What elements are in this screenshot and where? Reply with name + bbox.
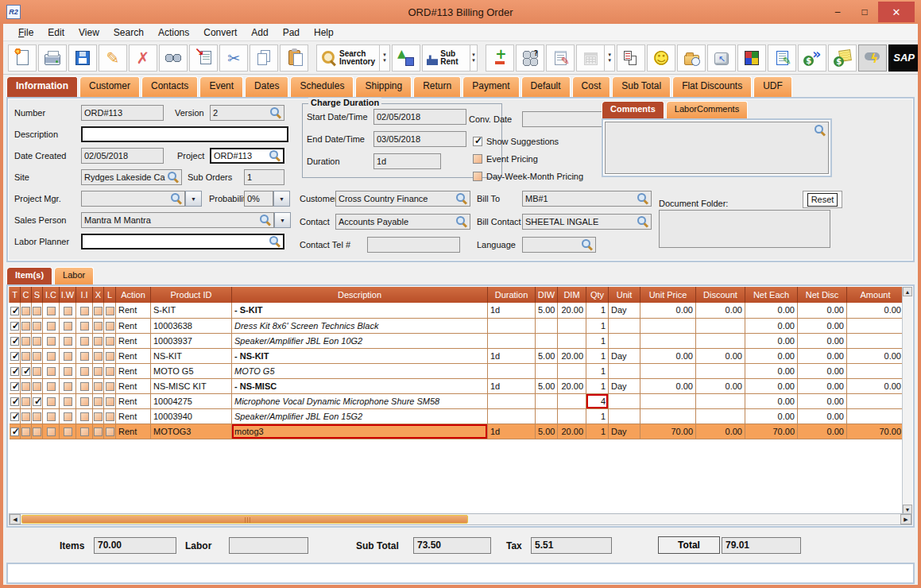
cell-unit[interactable] — [609, 333, 640, 348]
row-check-i-i[interactable] — [76, 424, 93, 439]
column-header-qty[interactable]: Qty — [586, 287, 609, 303]
checkbox-unchecked-icon[interactable] — [80, 322, 89, 331]
row-check-s[interactable] — [32, 393, 43, 408]
checkbox-unchecked-icon[interactable] — [47, 427, 56, 436]
cell-net-each[interactable]: 70.00 — [745, 424, 798, 439]
customer-lookup-icon[interactable] — [456, 193, 467, 204]
consolidate-button[interactable] — [737, 44, 766, 72]
billing-forward-button[interactable] — [798, 44, 826, 72]
description-field[interactable] — [81, 126, 288, 142]
column-header-i-i[interactable]: I.I — [76, 287, 93, 303]
labor-planner-field[interactable] — [81, 234, 284, 250]
cell-qty[interactable]: 1 — [586, 333, 609, 348]
cell-unit-price[interactable] — [640, 333, 696, 348]
row-check-l[interactable] — [104, 408, 116, 424]
cell-dim[interactable]: 20.00 — [558, 348, 586, 363]
print-labels-button[interactable] — [617, 44, 645, 72]
cell-net-disc[interactable]: 0.00 — [798, 424, 847, 439]
checkbox-unchecked-icon[interactable] — [80, 427, 89, 436]
quick-action-button[interactable] — [858, 44, 887, 72]
scroll-up-icon[interactable]: ▲ — [903, 287, 912, 296]
cell-unit[interactable] — [609, 318, 640, 333]
tax-field[interactable]: 5.51 — [531, 537, 612, 554]
checkbox-unchecked-icon[interactable] — [33, 322, 41, 331]
customer-service-button[interactable]: ☺ — [647, 44, 675, 72]
row-check-l[interactable] — [104, 393, 116, 408]
column-header-unit-price[interactable]: Unit Price — [640, 287, 696, 303]
total-field[interactable]: 79.01 — [722, 537, 801, 554]
comments-field[interactable] — [605, 122, 829, 174]
tab-labor[interactable]: Labor — [54, 267, 94, 284]
menu-help[interactable]: Help — [307, 25, 341, 40]
checkbox-checked-icon[interactable] — [10, 382, 19, 391]
column-header-amount[interactable]: Amount — [847, 287, 904, 303]
cell-unit-price[interactable] — [640, 408, 696, 424]
cell-description[interactable]: - NS-MISC — [232, 378, 488, 393]
checkbox-checked-icon[interactable] — [10, 367, 19, 376]
maximize-button[interactable]: □ — [851, 2, 878, 22]
row-check-i-i[interactable] — [76, 393, 93, 408]
cell-amount[interactable]: 0.00 — [847, 348, 904, 363]
calendar-button[interactable] — [576, 44, 605, 72]
checkbox-unchecked-icon[interactable] — [106, 337, 114, 346]
cell-product-id[interactable]: 10003940 — [151, 408, 232, 424]
checkbox-unchecked-icon[interactable] — [64, 382, 72, 391]
menu-view[interactable]: View — [72, 25, 106, 40]
cell-qty[interactable]: 4 — [586, 393, 609, 408]
checkbox-unchecked-icon[interactable] — [21, 337, 30, 346]
checkbox-unchecked-icon[interactable] — [64, 397, 72, 406]
row-check-s[interactable] — [32, 318, 43, 333]
menu-actions[interactable]: Actions — [151, 25, 196, 40]
row-check-l[interactable] — [104, 318, 116, 333]
cell-amount[interactable]: 0.00 — [847, 303, 904, 318]
checkbox-checked-icon[interactable] — [33, 397, 41, 406]
cell-unit[interactable]: Day — [609, 348, 640, 363]
row-check-c[interactable] — [21, 333, 32, 348]
checkbox-unchecked-icon[interactable] — [80, 307, 89, 315]
cell-dim[interactable] — [558, 408, 586, 424]
tab-comments[interactable]: Comments — [602, 101, 664, 118]
row-check-x[interactable] — [93, 424, 104, 439]
checkbox-unchecked-icon[interactable] — [94, 427, 103, 436]
tab-event[interactable]: Event — [199, 76, 243, 97]
cell-net-disc[interactable]: 0.00 — [798, 378, 847, 393]
checkbox-checked-icon[interactable] — [10, 397, 19, 406]
checkbox-unchecked-icon[interactable] — [21, 382, 30, 391]
close-button[interactable]: ✕ — [878, 2, 915, 22]
column-header-duration[interactable]: Duration — [488, 287, 536, 303]
items-total-field[interactable]: 70.00 — [94, 537, 176, 554]
row-check-i-i[interactable] — [76, 363, 93, 378]
comments-lookup-icon[interactable] — [815, 125, 826, 136]
column-header-s[interactable]: S — [32, 287, 43, 303]
row-check-c[interactable] — [21, 348, 32, 363]
cell-diw[interactable] — [536, 408, 558, 424]
row-check-x[interactable] — [93, 333, 104, 348]
cell-unit-price[interactable] — [640, 318, 696, 333]
checkbox-unchecked-icon[interactable] — [33, 427, 41, 436]
availability-button[interactable]: ? — [516, 44, 544, 72]
cell-qty[interactable]: 1 — [586, 363, 609, 378]
tab-udf[interactable]: UDF — [753, 76, 792, 97]
checkbox-unchecked-icon[interactable] — [80, 337, 89, 346]
reset-button[interactable]: Reset — [803, 191, 842, 208]
cell-product-id[interactable]: NS-KIT — [151, 348, 232, 363]
tab-shipping[interactable]: Shipping — [355, 76, 412, 97]
cell-amount[interactable] — [847, 393, 904, 408]
sales-person-lookup-icon[interactable] — [260, 215, 271, 226]
checkbox-unchecked-icon[interactable] — [106, 352, 114, 361]
row-check-i-i[interactable] — [76, 303, 93, 318]
row-check-t[interactable] — [10, 333, 21, 348]
row-check-x[interactable] — [93, 318, 104, 333]
column-header-dim[interactable]: DIM — [558, 287, 586, 303]
project-mgr-field[interactable] — [81, 191, 185, 207]
cell-duration[interactable]: 1d — [488, 378, 536, 393]
tab-contacts[interactable]: Contacts — [141, 76, 198, 97]
project-lookup-icon[interactable] — [269, 150, 281, 161]
row-check-x[interactable] — [93, 408, 104, 424]
delete-button[interactable]: ✗ — [129, 44, 157, 72]
column-header-c[interactable]: C — [21, 287, 32, 303]
cell-net-disc[interactable]: 0.00 — [798, 303, 847, 318]
row-check-t[interactable] — [10, 363, 21, 378]
tab-payment[interactable]: Payment — [462, 76, 519, 97]
cell-discount[interactable] — [696, 318, 745, 333]
